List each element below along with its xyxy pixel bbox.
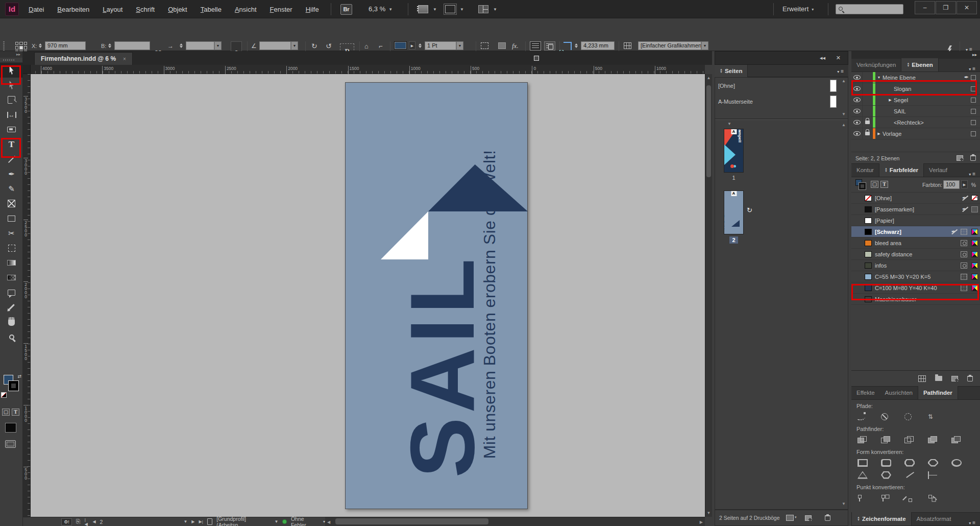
document-tab[interactable]: Firmenfahnen.indd @ 6 % ×	[34, 52, 133, 65]
tab-verlauf[interactable]: Verlauf	[924, 163, 952, 177]
visibility-cell[interactable]	[851, 106, 863, 116]
pathfinder-minus-back-icon[interactable]	[951, 434, 975, 446]
formatting-affects-text-button[interactable]: T	[12, 409, 19, 416]
corner-size-stepper[interactable]	[575, 41, 579, 50]
formatting-text-button[interactable]: T	[880, 181, 888, 188]
stroke-weight-field[interactable]: 1 Pt	[425, 41, 456, 50]
scissors-tool[interactable]: ✂	[0, 226, 23, 241]
swatch-row[interactable]: bleed area	[851, 237, 980, 249]
open-path-icon[interactable]	[881, 411, 904, 423]
layer-name[interactable]: Meine Ebene	[883, 75, 964, 81]
eye-icon[interactable]	[853, 75, 861, 80]
delete-layer-icon[interactable]	[970, 155, 976, 161]
direct-selection-tool[interactable]	[0, 78, 23, 92]
spread-arrow-icon[interactable]: ▼	[727, 122, 731, 126]
new-swatch-group-icon[interactable]	[935, 376, 942, 381]
last-page-button[interactable]: ▶|	[199, 519, 203, 524]
object-styles-icon[interactable]	[624, 42, 631, 49]
rotate-90-cw-button[interactable]: ↻	[311, 42, 317, 50]
eyedropper-tool[interactable]	[0, 300, 23, 315]
convert-line-icon[interactable]	[904, 469, 928, 481]
convert-smooth-point-icon[interactable]	[904, 492, 928, 504]
layer-name[interactable]: Vorlage	[883, 131, 964, 137]
reverse-path-icon[interactable]: ⇅	[928, 411, 951, 423]
tab-ebenen[interactable]: ▲▼Ebenen	[901, 58, 939, 71]
swatch-row[interactable]: [Schwarz]	[851, 226, 980, 237]
horizontal-scrollbar[interactable]: ◀ ▶	[325, 517, 705, 526]
collapse-tools-icon[interactable]: ▸▸	[0, 51, 22, 58]
rectangle-tool[interactable]	[0, 211, 23, 226]
pathfinder-subtract-icon[interactable]	[881, 434, 904, 446]
lock-cell[interactable]	[863, 117, 873, 128]
rotate-90-ccw-button[interactable]: ↺	[326, 42, 332, 50]
layer-name[interactable]: <Rechteck>	[894, 119, 964, 126]
zoom-tool[interactable]	[0, 329, 23, 344]
visibility-cell[interactable]	[851, 83, 863, 94]
scale-x-dropdown[interactable]: ▼	[214, 41, 222, 50]
tab-pathfinder[interactable]: Pathfinder	[918, 386, 958, 399]
fx-button[interactable]: fx.	[512, 42, 519, 50]
tab-kontur[interactable]: Kontur	[851, 163, 879, 177]
convert-corner-point-icon[interactable]	[881, 492, 904, 504]
menu-item[interactable]: Schrift	[136, 6, 155, 13]
fill-stroke-proxy[interactable]: ⇄	[0, 374, 23, 407]
eye-icon[interactable]	[853, 86, 861, 91]
join-path-icon[interactable]	[857, 411, 881, 423]
expand-arrow-icon[interactable]: ▶	[887, 98, 894, 102]
vertical-scroll-thumb[interactable]	[706, 85, 711, 177]
line-tool[interactable]	[0, 152, 23, 166]
swatch-row[interactable]: Maschinenbauer	[851, 294, 980, 305]
convert-orthogonal-line-icon[interactable]	[928, 469, 951, 481]
master-page-row[interactable]: A-Musterseite	[715, 93, 848, 109]
delete-swatch-icon[interactable]	[967, 376, 973, 381]
x-stepper[interactable]	[39, 41, 43, 50]
select-previous-object-icon[interactable]: ⌐	[379, 42, 383, 50]
layer-row[interactable]: ▼ Meine Ebene ✒	[851, 72, 980, 83]
tab-verknuepfungen[interactable]: Verknüpfungen	[851, 58, 901, 71]
tab-effekte[interactable]: Effekte	[851, 386, 880, 399]
layer-target-box[interactable]	[971, 109, 976, 114]
new-layer-icon[interactable]	[957, 155, 963, 161]
hand-tool[interactable]	[0, 315, 23, 329]
layer-target-box[interactable]	[971, 131, 976, 136]
page-1-thumbnail[interactable]: A Campell	[724, 129, 744, 173]
layer-target-box[interactable]	[971, 98, 976, 103]
arrange-documents-button[interactable]: ▼	[478, 4, 497, 14]
layer-target-box[interactable]	[971, 120, 976, 125]
layer-row[interactable]: ▶ Vorlage ✒	[851, 128, 980, 139]
expand-dock-icon[interactable]: ▸▸	[972, 52, 977, 57]
swap-fill-stroke-icon[interactable]: ⇄	[17, 374, 21, 379]
swatch-name[interactable]: Maschinenbauer	[875, 296, 980, 302]
convert-inverse-rounded-rectangle-icon[interactable]	[928, 457, 951, 469]
horizontal-scroll-thumb[interactable]	[335, 518, 488, 524]
swatch-row[interactable]: [Ohne]	[851, 193, 980, 204]
scroll-up-icon[interactable]: ▲	[842, 123, 846, 127]
lock-cell[interactable]	[863, 72, 873, 83]
type-tool[interactable]: T	[0, 137, 23, 152]
gradient-swatch-tool[interactable]	[0, 255, 23, 270]
rotation-angle-field[interactable]	[259, 41, 291, 50]
swatch-name[interactable]: [Passermarken]	[875, 206, 959, 212]
master-page-thumbnail[interactable]	[830, 95, 837, 108]
gap-tool[interactable]: ↔	[0, 107, 23, 122]
lock-cell[interactable]	[863, 94, 873, 105]
layers-panel-menu-icon[interactable]	[969, 66, 980, 71]
share-icon[interactable]: ⎘	[76, 518, 81, 525]
collapse-panel-icon[interactable]: ◂◂	[820, 55, 825, 61]
swatch-name[interactable]: C=100 M=80 Y=40 K=40	[875, 285, 958, 291]
rotation-angle-dropdown[interactable]: ▼	[291, 41, 298, 50]
master-page-row[interactable]: [Ohne]	[715, 78, 848, 93]
visibility-cell[interactable]	[851, 128, 863, 139]
swatch-row[interactable]: C=100 M=80 Y=40 K=40	[851, 282, 980, 294]
expand-arrow-icon[interactable]: ▼	[875, 76, 883, 79]
visibility-cell[interactable]	[851, 94, 863, 105]
master-page-thumbnail[interactable]	[830, 80, 837, 92]
fancy-corners-icon[interactable]	[481, 42, 488, 49]
visibility-cell[interactable]	[851, 72, 863, 83]
page-2-thumbnail[interactable]: A SAIL	[724, 190, 744, 234]
spread-rotation-icon[interactable]: ↻	[747, 206, 752, 214]
eye-icon[interactable]	[853, 98, 861, 102]
page-dropdown-icon[interactable]: ▼	[183, 519, 187, 524]
page-number-field[interactable]: 2	[100, 519, 103, 525]
zoom-level-dropdown[interactable]: 6,3 %▼	[369, 5, 393, 13]
